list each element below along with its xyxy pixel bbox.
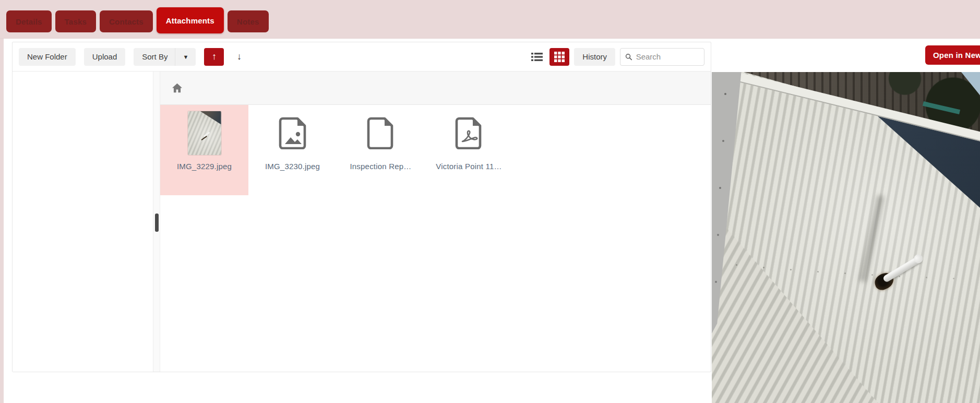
- home-icon[interactable]: [170, 81, 184, 95]
- file-grid: IMG_3229.jpeg IMG_3230.jpeg: [160, 105, 711, 195]
- folder-tree-panel[interactable]: [13, 72, 153, 372]
- sort-ascending-button[interactable]: ↑: [204, 48, 224, 66]
- sort-descending-button[interactable]: ↓: [232, 48, 246, 66]
- list-view-glyph: [531, 52, 543, 62]
- search-icon: [625, 53, 632, 61]
- file-tile-img-3230[interactable]: IMG_3230.jpeg: [248, 105, 337, 195]
- grid-view-glyph: [554, 52, 565, 62]
- file-name: IMG_3230.jpeg: [265, 162, 320, 171]
- new-folder-button[interactable]: New Folder: [19, 48, 76, 66]
- tab-details[interactable]: Details: [6, 10, 52, 32]
- file-name: IMG_3229.jpeg: [177, 162, 232, 171]
- search-input[interactable]: [636, 52, 699, 61]
- sort-by-label: Sort By: [142, 52, 168, 61]
- tab-attachments[interactable]: Attachments: [157, 7, 224, 33]
- search-box: [620, 48, 704, 66]
- image-thumbnail: [188, 111, 221, 156]
- file-tile-img-3229[interactable]: IMG_3229.jpeg: [160, 105, 248, 195]
- sort-by-button[interactable]: Sort By ▼: [134, 48, 196, 66]
- list-view-icon[interactable]: [529, 48, 545, 66]
- files-region: IMG_3229.jpeg IMG_3230.jpeg: [160, 72, 711, 372]
- toolbar-left-group: New Folder Upload Sort By ▼ ↑ ↓: [19, 48, 246, 66]
- file-browser-body: IMG_3229.jpeg IMG_3230.jpeg: [13, 72, 711, 372]
- image-file-icon: [278, 117, 308, 149]
- tab-bar: Details Tasks Contacts Attachments Notes: [6, 0, 269, 37]
- file-tile-victoria-point[interactable]: Victoria Point 11…: [425, 105, 513, 195]
- tree-scrollbar[interactable]: [153, 72, 160, 372]
- open-in-new-button[interactable]: Open in New: [925, 45, 980, 65]
- file-toolbar: New Folder Upload Sort By ▼ ↑ ↓: [13, 42, 711, 72]
- tab-contacts[interactable]: Contacts: [100, 10, 153, 32]
- roof-screw-dots: [736, 264, 737, 266]
- pdf-file-icon: [455, 117, 483, 149]
- tab-tasks[interactable]: Tasks: [55, 10, 96, 32]
- toolbar-right-group: History: [529, 48, 704, 66]
- upload-button[interactable]: Upload: [84, 48, 126, 66]
- flashing-screws: [724, 93, 726, 95]
- file-name: Inspection Rep…: [350, 162, 411, 171]
- attachments-panel: New Folder Upload Sort By ▼ ↑ ↓: [12, 42, 711, 372]
- chevron-down-icon[interactable]: ▼: [175, 48, 196, 66]
- home-glyph: [172, 83, 183, 93]
- grid-view-icon[interactable]: [549, 48, 569, 66]
- file-tile-inspection-report[interactable]: Inspection Rep…: [337, 105, 425, 195]
- breadcrumb: [160, 72, 711, 105]
- history-button[interactable]: History: [574, 48, 615, 66]
- document-file-icon: [367, 117, 395, 149]
- scrollbar-thumb[interactable]: [155, 214, 159, 232]
- file-name: Victoria Point 11…: [436, 162, 501, 171]
- preview-roof-photo: [712, 72, 980, 403]
- tab-notes[interactable]: Notes: [228, 10, 269, 32]
